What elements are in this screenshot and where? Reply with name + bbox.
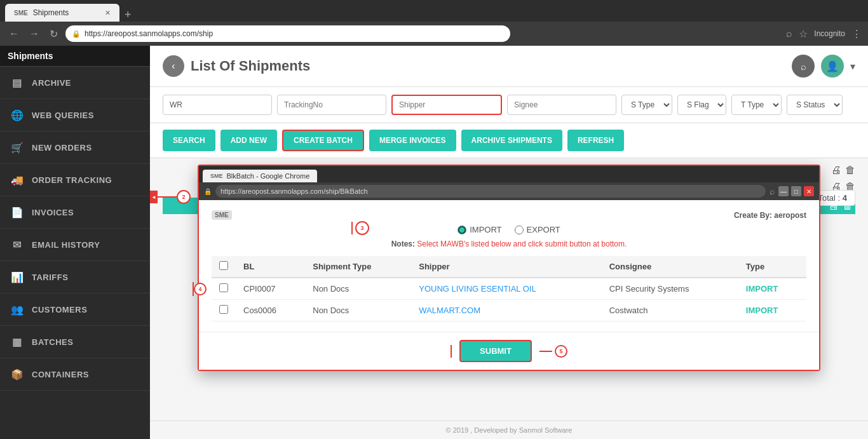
modal-tab-title: BlkBatch - Google Chrome [227,172,310,180]
nav-refresh-button[interactable]: ↻ [47,25,60,43]
sidebar: Shipments ▤ ARCHIVE 🌐 WEB QUERIES 🛒 NEW … [0,46,150,439]
sidebar-item-email-history[interactable]: ✉ EMAIL HISTORY [0,229,150,261]
export-radio[interactable]: EXPORT [515,225,560,234]
refresh-button[interactable]: REFRESH [567,130,624,151]
s-type-select[interactable]: S Type [621,95,672,115]
sidebar-label-order-tracking: ORDER TRACKING [32,175,112,185]
table-row: Cos0006 Non Docs WALMART.COM Costwatch I… [212,300,806,321]
sme-badge: SME [212,210,232,220]
row-1-checkbox[interactable] [219,283,228,292]
row-2-shipper-link[interactable]: WALMART.COM [419,306,480,315]
sidebar-item-tariffs[interactable]: 📊 TARIFFS [0,261,150,294]
submit-button[interactable]: SUBMIT [459,340,532,362]
browser-menu-icon[interactable]: ⋮ [851,28,862,40]
sidebar-item-web-queries[interactable]: 🌐 WEB QUERIES [0,99,150,132]
create-batch-button[interactable]: CREATE BATCH [282,130,364,151]
merge-invoices-button[interactable]: MERGE INVOICES [369,130,456,151]
modal-url-box[interactable]: https://areopost.sanmolapps.com/ship/Blk… [215,185,766,198]
add-new-button[interactable]: ADD NEW [220,130,277,151]
sidebar-label-web-queries: WEB QUERIES [32,111,94,120]
sidebar-item-batches[interactable]: ▦ BATCHES [0,326,150,358]
sidebar-label-email-history: EMAIL HISTORY [32,240,100,250]
header-search-button[interactable]: ⌕ [792,55,815,78]
sidebar-item-new-orders[interactable]: 🛒 NEW ORDERS [0,132,150,164]
modal-address-bar: 🔒 https://areopost.sanmolapps.com/ship/B… [199,182,819,200]
new-tab-button[interactable]: + [119,8,137,22]
modal-maximize-button[interactable]: □ [791,186,801,196]
sidebar-label-archive: ARCHIVE [32,78,71,88]
modal-table: BL Shipment Type Shipper Consignee Type [212,256,806,321]
s-status-select[interactable]: S Status [787,95,843,115]
sidebar-item-order-tracking[interactable]: 🚚 ORDER TRACKING [0,164,150,196]
nav-back-button[interactable]: ← [6,25,22,42]
row-2-shipper: WALMART.COM [411,300,602,321]
web-queries-icon: 🌐 [10,108,24,122]
action-buttons-bar: SEARCH ADD NEW CREATE BATCH MERGE INVOIC… [150,123,868,158]
browser-search-icon[interactable]: ⌕ [786,28,792,39]
col-shipper: Shipper [411,256,602,278]
search-button[interactable]: SEARCH [163,130,215,151]
address-bar[interactable]: 🔒 https://areopost.sanmolapps.com/ship [65,25,510,42]
active-tab[interactable]: SME Shipments ✕ [5,4,119,22]
archive-icon: ▤ [10,76,24,90]
col-consignee: Consignee [602,256,738,278]
modal-url-text: https://areopost.sanmolapps.com/ship/Blk… [220,187,368,195]
avatar-dropdown-icon[interactable]: ▾ [850,60,855,72]
browser-star-icon[interactable]: ☆ [799,28,808,40]
sidebar-item-invoices[interactable]: 📄 INVOICES [0,196,150,229]
modal-overlay: SME BlkBatch - Google Chrome 🔒 https://a… [150,158,868,421]
select-all-checkbox[interactable] [219,261,228,270]
tab-close-icon[interactable]: ✕ [105,9,111,17]
page-title: List Of Shipments [191,58,310,74]
wr-input[interactable] [163,95,272,115]
sidebar-label-tariffs: TARIFFS [32,273,68,282]
address-bar-row: ← → ↻ 🔒 https://areopost.sanmolapps.com/… [0,22,868,46]
row-2-shipment-type: Non Docs [305,300,411,321]
sidebar-item-archive[interactable]: ▤ ARCHIVE [0,67,150,99]
modal-tab-bar: SME BlkBatch - Google Chrome [199,166,819,182]
row-2-consignee: Costwatch [602,300,738,321]
t-type-select[interactable]: T Type [731,95,782,115]
footer-bar: © 2019 , Developed by Sanmol Software [150,421,868,439]
signee-input[interactable] [507,95,616,115]
invoices-icon: 📄 [10,205,24,219]
shipper-input[interactable] [391,95,502,115]
row-2-checkbox[interactable] [219,305,228,314]
import-radio[interactable]: IMPORT [458,225,501,234]
modal-footer: SUBMIT 5 [199,332,819,370]
nav-forward-button[interactable]: → [27,25,42,42]
notes-text: Notes: Select MAWB's listed below and cl… [212,240,806,248]
sidebar-label-invoices: INVOICES [32,208,74,217]
tab-favicon: SME [14,10,28,17]
page-header: ‹ List Of Shipments ⌕ 👤 ▾ [150,46,868,87]
user-avatar-button[interactable]: 👤 [821,55,844,78]
row-1-bl: CPI0007 [236,278,305,300]
row-1-shipper-link[interactable]: YOUNG LIVING ESENTIAL OIL [419,284,536,294]
modal-tab-favicon: SME [210,173,223,179]
sidebar-item-customers[interactable]: 👥 CUSTOMERS [0,294,150,326]
new-orders-icon: 🛒 [10,140,24,154]
sidebar-label-customers: CUSTOMERS [32,305,87,314]
modal-active-tab[interactable]: SME BlkBatch - Google Chrome [203,170,317,182]
modal-minimize-button[interactable]: — [778,186,789,196]
filter-bar: S Type S Flag T Type S Status [150,87,868,123]
sidebar-label-containers: CONTAINERS [32,370,89,379]
modal-lock-icon: 🔒 [204,188,212,195]
sidebar-item-containers[interactable]: 📦 CONTAINERS [0,358,150,391]
browser-tab-bar: SME Shipments ✕ + [0,0,868,22]
row-1-shipment-type: Non Docs [305,278,411,300]
back-button[interactable]: ‹ [163,55,184,77]
tracking-no-input[interactable] [277,95,386,115]
col-bl: BL [236,256,305,278]
modal-window: SME BlkBatch - Google Chrome 🔒 https://a… [198,165,820,371]
s-flag-select[interactable]: S Flag [677,95,726,115]
archive-shipments-button[interactable]: ARCHIVE SHIPMENTS [461,130,562,151]
modal-close-button[interactable]: ✕ [804,186,814,196]
batches-icon: ▦ [10,335,24,349]
sidebar-label-batches: BATCHES [32,337,73,347]
table-row: 4 CPI0007 Non Docs YOUNG LIVING ESENTIAL [212,278,806,300]
row-2-type: IMPORT [738,300,806,321]
incognito-label: Incognito [814,29,845,38]
modal-search-icon[interactable]: ⌕ [770,186,775,196]
lock-icon: 🔒 [72,30,81,38]
